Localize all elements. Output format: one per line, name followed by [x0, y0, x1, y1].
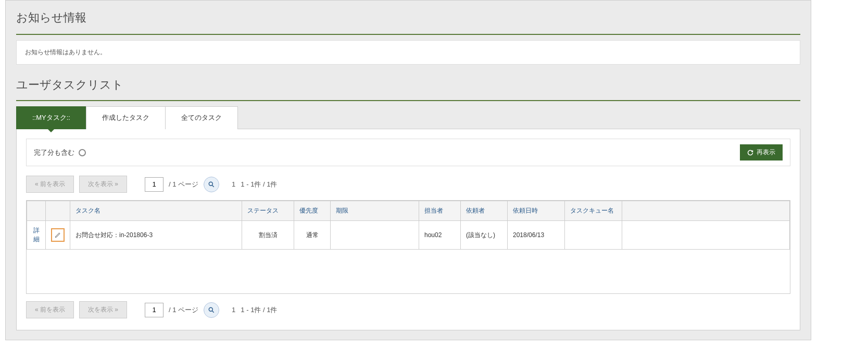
cell-request-date: 2018/06/13 — [508, 221, 565, 250]
tab-label: 全てのタスク — [181, 114, 222, 121]
table-row: 詳細 お問合せ対応：in-201806-3 割当済 — [27, 221, 790, 250]
search-icon — [208, 181, 215, 188]
page-total-label: / 1 ページ — [169, 180, 198, 189]
page-input[interactable] — [145, 177, 163, 192]
prev-page-button[interactable]: « 前を表示 — [26, 176, 74, 193]
page-wrapper: お知らせ情報 お知らせ情報はありません。 ユーザタスクリスト ::MYタスク::… — [5, 0, 811, 340]
pagination-top: « 前を表示 次を表示 » / 1 ページ 1 1 - 1件 / 1件 — [26, 176, 790, 193]
tab-my-tasks[interactable]: ::MYタスク:: — [16, 106, 86, 129]
cell-rest — [622, 221, 790, 250]
reload-icon — [747, 150, 753, 156]
notice-title: お知らせ情報 — [16, 10, 800, 35]
filter-include-completed[interactable]: 完了分も含む — [34, 148, 86, 157]
svg-line-3 — [212, 311, 214, 312]
cell-status: 割当済 — [242, 221, 294, 250]
reload-button[interactable]: 再表示 — [740, 144, 783, 161]
cell-requester: (該当なし) — [461, 221, 508, 250]
col-detail — [27, 201, 46, 221]
radio-icon — [79, 149, 86, 156]
col-edit — [46, 201, 70, 221]
page-count: 1 — [232, 306, 235, 314]
col-requester[interactable]: 依頼者 — [461, 201, 508, 221]
tab-content: 完了分も含む 再表示 « 前を表示 次を表示 » — [16, 129, 800, 330]
include-completed-label: 完了分も含む — [34, 148, 74, 157]
cell-priority: 通常 — [294, 221, 331, 250]
page-range: 1 - 1件 / 1件 — [241, 305, 277, 315]
prev-page-button[interactable]: « 前を表示 — [26, 301, 74, 318]
tab-label: ::MYタスク:: — [32, 114, 70, 121]
svg-line-1 — [212, 185, 214, 187]
page-total-label: / 1 ページ — [169, 305, 198, 315]
tasklist-title: ユーザタスクリスト — [16, 77, 800, 101]
tab-label: 作成したタスク — [102, 114, 149, 121]
col-status[interactable]: ステータス — [242, 201, 294, 221]
next-page-button[interactable]: 次を表示 » — [79, 301, 127, 318]
notice-message: お知らせ情報はありません。 — [25, 48, 106, 56]
task-table: タスク名 ステータス 優先度 期限 担当者 依頼者 依頼日時 タスクキュー名 — [27, 201, 790, 250]
page-input[interactable] — [145, 303, 163, 317]
page-search-button[interactable] — [204, 302, 219, 318]
col-priority[interactable]: 優先度 — [294, 201, 331, 221]
col-request-date[interactable]: 依頼日時 — [508, 201, 565, 221]
page-search-button[interactable] — [204, 177, 219, 192]
table-wrapper: タスク名 ステータス 優先度 期限 担当者 依頼者 依頼日時 タスクキュー名 — [26, 200, 790, 294]
page-count: 1 — [232, 180, 235, 188]
search-icon — [208, 306, 215, 314]
svg-point-2 — [209, 307, 212, 311]
cell-task-name: お問合せ対応：in-201806-3 — [70, 221, 242, 250]
pencil-icon — [55, 232, 61, 238]
notice-section: お知らせ情報 お知らせ情報はありません。 — [6, 1, 811, 70]
reload-label: 再表示 — [757, 148, 775, 157]
notice-message-box: お知らせ情報はありません。 — [16, 40, 800, 65]
pagination-bottom: « 前を表示 次を表示 » / 1 ページ 1 1 - 1件 / 1件 — [26, 301, 790, 318]
page-range: 1 - 1件 / 1件 — [241, 180, 277, 189]
filter-bar: 完了分も含む 再表示 — [26, 139, 790, 166]
tab-created-tasks[interactable]: 作成したタスク — [86, 106, 166, 129]
svg-point-0 — [209, 182, 212, 186]
col-deadline[interactable]: 期限 — [331, 201, 419, 221]
col-assignee[interactable]: 担当者 — [419, 201, 461, 221]
tab-all-tasks[interactable]: 全てのタスク — [165, 106, 238, 129]
next-page-button[interactable]: 次を表示 » — [79, 176, 127, 193]
cell-deadline — [331, 221, 419, 250]
cell-assignee: hou02 — [419, 221, 461, 250]
tabs: ::MYタスク:: 作成したタスク 全てのタスク — [16, 106, 800, 129]
col-queue-name[interactable]: タスクキュー名 — [565, 201, 622, 221]
col-rest — [622, 201, 790, 221]
tasklist-section: ユーザタスクリスト ::MYタスク:: 作成したタスク 全てのタスク 完了分も含… — [6, 70, 811, 340]
col-task-name[interactable]: タスク名 — [70, 201, 242, 221]
edit-button[interactable] — [51, 228, 65, 242]
detail-link[interactable]: 詳細 — [33, 227, 40, 243]
cell-queue-name — [565, 221, 622, 250]
table-header-row: タスク名 ステータス 優先度 期限 担当者 依頼者 依頼日時 タスクキュー名 — [27, 201, 790, 221]
